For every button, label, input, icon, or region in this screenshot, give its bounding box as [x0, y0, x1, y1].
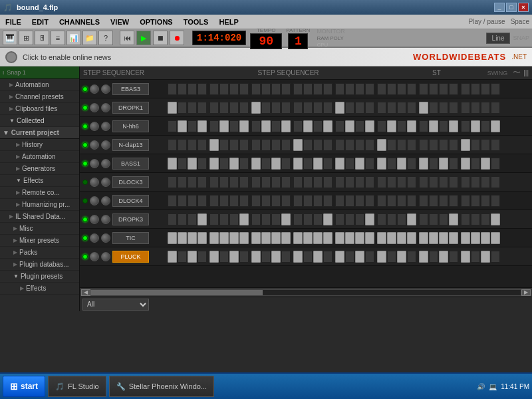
- sidebar-item-clipboard[interactable]: ▶ Clipboard files: [0, 103, 79, 115]
- pad[interactable]: [419, 158, 428, 170]
- maximize-button[interactable]: □: [506, 3, 517, 12]
- pad[interactable]: [303, 176, 313, 188]
- pad[interactable]: [209, 176, 219, 188]
- pad[interactable]: [449, 195, 458, 207]
- pad[interactable]: [335, 120, 344, 132]
- pad[interactable]: [168, 176, 177, 188]
- pad[interactable]: [271, 120, 281, 132]
- pad[interactable]: [271, 232, 281, 244]
- knob1-tic[interactable]: [90, 233, 99, 243]
- pad[interactable]: [397, 251, 406, 263]
- pad[interactable]: [461, 102, 470, 114]
- inst-name-nhh6[interactable]: N-hh6: [112, 120, 149, 132]
- pad[interactable]: [313, 83, 323, 95]
- pad[interactable]: [407, 139, 416, 151]
- inst-name-bass1[interactable]: BASS1: [112, 158, 149, 170]
- pad[interactable]: [419, 120, 428, 132]
- pad[interactable]: [209, 213, 219, 225]
- pad[interactable]: [365, 139, 374, 151]
- pad[interactable]: [387, 158, 396, 170]
- sidebar-item-current-project[interactable]: ▼ Current project: [0, 127, 79, 139]
- start-button[interactable]: ⊞ start: [3, 376, 45, 397]
- scroll-right-btn[interactable]: ▶: [521, 289, 531, 296]
- pad[interactable]: [449, 83, 458, 95]
- pad[interactable]: [281, 176, 291, 188]
- pad[interactable]: [461, 232, 470, 244]
- pad[interactable]: [323, 158, 332, 170]
- sidebar-item-remote[interactable]: ▶ Remote co...: [0, 187, 79, 199]
- pad[interactable]: [178, 213, 187, 225]
- pad[interactable]: [471, 102, 480, 114]
- pad[interactable]: [271, 102, 281, 114]
- pad[interactable]: [239, 83, 249, 95]
- pad[interactable]: [261, 120, 271, 132]
- pad[interactable]: [219, 139, 229, 151]
- pad[interactable]: [293, 251, 303, 263]
- pad[interactable]: [439, 158, 448, 170]
- led-dropk3[interactable]: [82, 217, 88, 222]
- pad[interactable]: [229, 213, 239, 225]
- pad[interactable]: [219, 120, 229, 132]
- pad[interactable]: [377, 195, 386, 207]
- sidebar-item-plugin-presets[interactable]: ▼ Plugin presets: [0, 271, 79, 283]
- pad[interactable]: [323, 195, 332, 207]
- sidebar-item-effects2[interactable]: ▶ Effects: [0, 283, 79, 295]
- pad[interactable]: [345, 83, 354, 95]
- knob1-dropk1[interactable]: [90, 103, 99, 112]
- pad[interactable]: [491, 158, 500, 170]
- pad[interactable]: [178, 102, 187, 114]
- pad[interactable]: [439, 232, 448, 244]
- pad[interactable]: [335, 176, 344, 188]
- pad[interactable]: [387, 120, 396, 132]
- pad[interactable]: [439, 213, 448, 225]
- pad[interactable]: [345, 102, 354, 114]
- pad[interactable]: [439, 195, 448, 207]
- pad[interactable]: [261, 102, 271, 114]
- led-dropk1[interactable]: [82, 105, 88, 110]
- pad[interactable]: [461, 120, 470, 132]
- pad[interactable]: [355, 83, 364, 95]
- pad[interactable]: [481, 83, 490, 95]
- pad[interactable]: [313, 158, 323, 170]
- sidebar-item-shared-data[interactable]: ▶ IL Shared Data...: [0, 211, 79, 223]
- menu-tools[interactable]: TOOLS: [181, 17, 211, 27]
- pad[interactable]: [188, 102, 197, 114]
- pad[interactable]: [439, 176, 448, 188]
- pad[interactable]: [335, 213, 344, 225]
- pad[interactable]: [198, 213, 207, 225]
- pad[interactable]: [365, 232, 374, 244]
- pad[interactable]: [209, 120, 219, 132]
- pad[interactable]: [178, 195, 187, 207]
- sidebar-item-collected[interactable]: ▼ Collected: [0, 115, 79, 127]
- pad[interactable]: [281, 195, 291, 207]
- pad[interactable]: [491, 251, 500, 263]
- pad[interactable]: [198, 232, 207, 244]
- pad[interactable]: [335, 158, 344, 170]
- pad[interactable]: [429, 139, 438, 151]
- knob2-dropk1[interactable]: [101, 103, 110, 112]
- pad[interactable]: [355, 120, 364, 132]
- pad[interactable]: [168, 158, 177, 170]
- pad[interactable]: [323, 232, 332, 244]
- led-pluck[interactable]: [82, 254, 88, 259]
- pad[interactable]: [209, 251, 219, 263]
- pad[interactable]: [168, 83, 177, 95]
- led-dlock3[interactable]: [82, 180, 88, 185]
- pad[interactable]: [449, 176, 458, 188]
- led-bass1[interactable]: [82, 161, 88, 166]
- pad[interactable]: [439, 139, 448, 151]
- inst-name-pluck[interactable]: PLUCK: [112, 251, 149, 263]
- pad[interactable]: [491, 195, 500, 207]
- pad[interactable]: [461, 83, 470, 95]
- pad[interactable]: [198, 195, 207, 207]
- pad[interactable]: [481, 232, 490, 244]
- sidebar-item-generators[interactable]: ▶ Generators: [0, 163, 79, 175]
- pad[interactable]: [365, 176, 374, 188]
- rewind-btn[interactable]: ⏮: [120, 31, 134, 45]
- taskbar-app-stellar[interactable]: 🔧 Stellar Phoenix Windo...: [109, 376, 214, 397]
- pad[interactable]: [481, 213, 490, 225]
- pad[interactable]: [429, 232, 438, 244]
- pad[interactable]: [377, 232, 386, 244]
- knob2-dlock3[interactable]: [101, 178, 110, 187]
- pad[interactable]: [251, 195, 261, 207]
